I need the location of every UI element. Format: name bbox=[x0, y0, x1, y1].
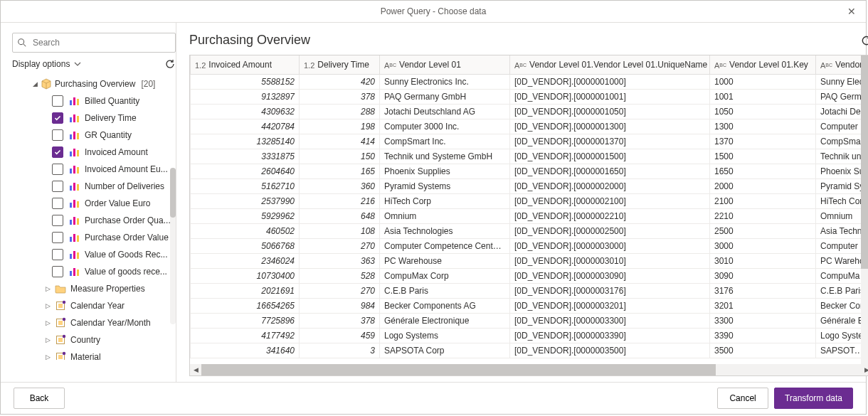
navigator-panel: Display options ◢ Purchasing Overview [2… bbox=[1, 23, 176, 382]
checkbox[interactable] bbox=[52, 181, 63, 192]
column-header[interactable]: 1.2Delivery Time bbox=[300, 55, 380, 75]
table-row[interactable]: 2021691270C.E.B Paris[0D_VENDOR].[000000… bbox=[191, 284, 869, 299]
checkbox[interactable] bbox=[52, 232, 63, 243]
checkbox[interactable] bbox=[52, 215, 63, 226]
close-button[interactable]: ✕ bbox=[843, 6, 860, 17]
table-row[interactable]: 5162710360Pyramid Systems[0D_VENDOR].[00… bbox=[191, 179, 869, 194]
cell: 13285140 bbox=[191, 134, 300, 149]
cancel-button[interactable]: Cancel bbox=[717, 388, 768, 409]
svg-rect-23 bbox=[70, 220, 72, 225]
tree-view[interactable]: ◢ Purchasing Overview [20] Billed Quanti… bbox=[12, 75, 176, 360]
column-header[interactable]: ABCVendor Le bbox=[816, 55, 869, 75]
cell: [0D_VENDOR].[0000001001] bbox=[510, 90, 710, 105]
checkbox[interactable] bbox=[52, 198, 63, 209]
measure-label: Delivery Time bbox=[85, 113, 137, 123]
tree-group[interactable]: ▷Calendar Year bbox=[12, 297, 176, 314]
table-row[interactable]: 4309632288Jotachi Deutschland AG[0D_VEND… bbox=[191, 105, 869, 119]
checkbox[interactable] bbox=[52, 112, 63, 124]
svg-point-0 bbox=[18, 39, 24, 45]
table-row[interactable]: 4177492459Logo Systems[0D_VENDOR].[00000… bbox=[191, 329, 869, 343]
measure-item[interactable]: Purchase Order Value bbox=[12, 229, 176, 246]
table-row[interactable]: 2604640165Phoenix Supplies[0D_VENDOR].[0… bbox=[191, 164, 869, 179]
cell: 378 bbox=[300, 90, 380, 105]
measure-item[interactable]: Purchase Order Qua... bbox=[12, 212, 176, 229]
display-options-label[interactable]: Display options bbox=[12, 59, 70, 69]
expand-icon[interactable]: ▷ bbox=[43, 285, 52, 292]
measure-item[interactable]: Value of goods rece... bbox=[12, 263, 176, 280]
tree-scrollbar[interactable] bbox=[170, 168, 176, 324]
measure-item[interactable]: Number of Deliveries bbox=[12, 178, 176, 195]
column-header[interactable]: ABCVendor Level 01.Vendor Level 01.Uniqu… bbox=[510, 55, 710, 75]
tree-group[interactable]: ▷Country bbox=[12, 331, 176, 348]
expand-icon[interactable]: ▷ bbox=[43, 336, 52, 343]
horizontal-scrollbar[interactable]: ◀ ▶ bbox=[190, 364, 868, 375]
checkbox[interactable] bbox=[52, 164, 63, 175]
back-button[interactable]: Back bbox=[14, 388, 65, 409]
svg-rect-39 bbox=[58, 321, 63, 325]
tree-root[interactable]: ◢ Purchasing Overview [20] bbox=[12, 75, 176, 92]
dimension-icon bbox=[55, 334, 66, 346]
scroll-right-arrow[interactable]: ▶ bbox=[861, 364, 868, 375]
column-header[interactable]: 1.2Invoiced Amount bbox=[191, 55, 300, 75]
cell: [0D_VENDOR].[0000003390] bbox=[510, 329, 710, 343]
table-row[interactable]: 5929962648Omnium[0D_VENDOR].[0000002210]… bbox=[191, 209, 869, 224]
refresh-tree-button[interactable] bbox=[164, 58, 176, 70]
table-row[interactable]: 460502108Asia Technologies[0D_VENDOR].[0… bbox=[191, 224, 869, 239]
number-type-icon: 1.2 bbox=[195, 61, 206, 70]
measure-icon bbox=[69, 164, 80, 174]
checkbox[interactable] bbox=[52, 146, 63, 158]
expand-icon[interactable]: ▷ bbox=[43, 302, 52, 309]
tree-group[interactable]: ▷Calendar Year/Month bbox=[12, 314, 176, 331]
checkbox[interactable] bbox=[52, 249, 63, 260]
chevron-down-icon[interactable] bbox=[74, 60, 81, 68]
collapse-icon[interactable]: ◢ bbox=[31, 80, 39, 87]
table-row[interactable]: 2537990216HiTech Corp[0D_VENDOR].[000000… bbox=[191, 194, 869, 209]
refresh-preview-button[interactable] bbox=[860, 34, 868, 47]
table-row[interactable]: 7725896378Générale Electronique[0D_VENDO… bbox=[191, 314, 869, 329]
table-row[interactable]: 9132897378PAQ Germany GmbH[0D_VENDOR].[0… bbox=[191, 90, 869, 105]
measure-label: Value of goods rece... bbox=[85, 267, 167, 277]
checkbox[interactable] bbox=[52, 95, 63, 107]
tree-group[interactable]: ▷Material bbox=[12, 348, 176, 360]
search-input-wrap[interactable] bbox=[12, 33, 176, 53]
table-row[interactable]: 3416403SAPSOTA Corp[0D_VENDOR].[00000035… bbox=[191, 343, 869, 358]
cell: 5066768 bbox=[191, 239, 300, 254]
measure-item[interactable]: GR Quantity bbox=[12, 127, 176, 144]
table-row[interactable]: 4420784198Computer 3000 Inc.[0D_VENDOR].… bbox=[191, 119, 869, 134]
horizontal-scroll-thumb[interactable] bbox=[201, 364, 716, 375]
table-row[interactable]: 5066768270Computer Competence Center ...… bbox=[191, 239, 869, 254]
checkbox[interactable] bbox=[52, 129, 63, 141]
expand-icon[interactable]: ▷ bbox=[43, 353, 52, 360]
expand-icon[interactable]: ▷ bbox=[43, 319, 52, 326]
column-header[interactable]: ABCVendor Level 01.Key bbox=[710, 55, 816, 75]
cell: 420 bbox=[300, 75, 380, 90]
measure-item[interactable]: Value of Goods Rec... bbox=[12, 246, 176, 263]
svg-rect-34 bbox=[77, 270, 79, 276]
measure-item[interactable]: Billed Quantity bbox=[12, 92, 176, 110]
measure-item[interactable]: Invoiced Amount Eu... bbox=[12, 161, 176, 178]
vertical-scrollbar[interactable] bbox=[861, 55, 868, 364]
tree-group[interactable]: ▷Measure Properties bbox=[12, 280, 176, 297]
cell: 3500 bbox=[710, 343, 816, 358]
scroll-left-arrow[interactable]: ◀ bbox=[190, 364, 201, 375]
svg-rect-14 bbox=[70, 169, 72, 174]
search-input[interactable] bbox=[31, 37, 171, 48]
svg-rect-9 bbox=[73, 132, 75, 139]
preview-table[interactable]: 1.2Invoiced Amount1.2Delivery TimeABCVen… bbox=[190, 55, 868, 358]
checkbox[interactable] bbox=[52, 266, 63, 277]
table-row[interactable]: 3331875150Technik und Systeme GmbH[0D_VE… bbox=[191, 149, 869, 164]
table-row[interactable]: 5588152420Sunny Electronics Inc.[0D_VEND… bbox=[191, 75, 869, 90]
cell: 4309632 bbox=[191, 105, 300, 119]
tree-scroll-thumb[interactable] bbox=[170, 168, 176, 218]
cell: Pyramid Systems bbox=[380, 179, 510, 194]
measure-item[interactable]: Invoiced Amount bbox=[12, 144, 176, 161]
table-row[interactable]: 2346024363PC Warehouse[0D_VENDOR].[00000… bbox=[191, 254, 869, 269]
measure-item[interactable]: Delivery Time bbox=[12, 110, 176, 127]
table-row[interactable]: 10730400528CompuMax Corp[0D_VENDOR].[000… bbox=[191, 269, 869, 284]
table-row[interactable]: 13285140414CompSmart Inc.[0D_VENDOR].[00… bbox=[191, 134, 869, 149]
vertical-scroll-thumb[interactable] bbox=[861, 55, 868, 269]
table-row[interactable]: 16654265984Becker Components AG[0D_VENDO… bbox=[191, 299, 869, 314]
transform-data-button[interactable]: Transform data bbox=[774, 388, 853, 409]
column-header[interactable]: ABCVendor Level 01 bbox=[380, 55, 510, 75]
measure-item[interactable]: Order Value Euro bbox=[12, 195, 176, 212]
